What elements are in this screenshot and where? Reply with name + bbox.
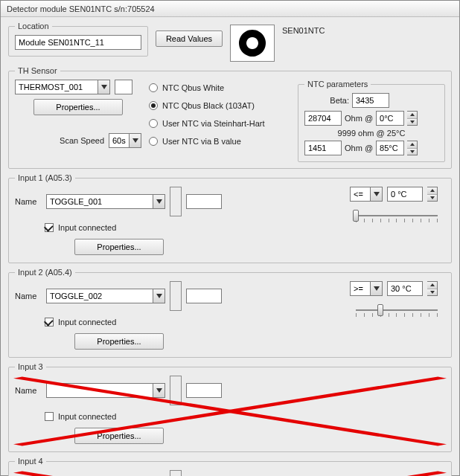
th-sensor-group: TH Sensor THERMOST_001 Propert [8, 66, 452, 169]
th-sensor-legend: TH Sensor [15, 66, 60, 75]
chevron-down-icon[interactable] [427, 289, 437, 296]
radio-user-steinhart[interactable]: User NTC via Steinhart-Hart [149, 117, 290, 130]
threshold-temp-field[interactable] [387, 187, 423, 202]
input-group-1: Input 1 (A05.3)NameTOGGLE_001Input conne… [8, 173, 452, 263]
location-group: Location [8, 22, 148, 57]
scan-speed-value: 60s [109, 136, 129, 145]
chevron-down-icon[interactable] [98, 80, 109, 94]
input-aux-field[interactable] [186, 383, 222, 398]
ntc-t2-stepper[interactable] [407, 141, 418, 155]
ntc-t1-field[interactable] [376, 111, 404, 126]
input-legend: Input 1 (A05.3) [15, 173, 75, 182]
compare-operator-value: >= [351, 284, 370, 293]
input-properties-button[interactable]: Properties... [74, 333, 164, 350]
input-properties-button[interactable]: Properties... [74, 239, 164, 255]
chevron-down-icon[interactable] [129, 134, 141, 147]
input-group-3: Input 3NameInput connectedProperties... [8, 362, 452, 452]
checkbox-icon [45, 412, 54, 421]
chevron-down-icon[interactable] [427, 195, 437, 202]
input-aux-box[interactable] [170, 281, 182, 311]
compare-operator-select[interactable]: <= [350, 187, 383, 202]
scan-speed-label: Scan Speed [60, 136, 104, 145]
th-sensor-select-value: THERMOST_001 [16, 83, 98, 91]
chevron-down-icon[interactable] [153, 195, 164, 208]
read-values-button[interactable]: Read Values [156, 30, 223, 47]
ntc-parameters-group: NTC parameters Beta: Ohm @ [298, 80, 445, 162]
input-aux-field[interactable] [186, 194, 222, 209]
chevron-up-icon[interactable] [407, 112, 417, 119]
input-name-select[interactable]: TOGGLE_002 [46, 289, 165, 303]
chevron-down-icon[interactable] [407, 119, 417, 126]
ntc-static-line: 9999 ohm @ 25°C [338, 129, 406, 138]
input-legend: Input 2 (A05.4) [15, 268, 75, 277]
th-left-col: THERMOST_001 Properties... Scan Speed [15, 80, 141, 162]
chevron-up-icon[interactable] [407, 141, 417, 149]
beta-field[interactable] [352, 93, 389, 108]
input-connected-checkbox[interactable]: Input connected [45, 410, 223, 423]
input-legend: Input 3 [15, 362, 46, 371]
input-aux-box[interactable] [170, 470, 182, 476]
module-picture [230, 25, 275, 62]
input-connected-label: Input connected [58, 318, 116, 327]
title-bar: Detector module SEN01NTC s/n:705524 [1, 1, 459, 17]
chevron-down-icon[interactable] [370, 282, 382, 295]
ntc-r1-field[interactable] [304, 111, 342, 126]
th-aux-box[interactable] [115, 80, 132, 94]
header-area: Location Read Values SEN01NTC [8, 22, 452, 62]
beta-label: Beta: [304, 96, 349, 105]
radio-ntc-black[interactable]: NTC Qbus Black (103AT) [149, 99, 290, 112]
client-area: Location Read Values SEN01NTC TH Sensor … [1, 17, 459, 476]
input-name-value: TOGGLE_001 [47, 197, 153, 206]
checkbox-icon [45, 318, 54, 327]
input-aux-box[interactable] [170, 376, 182, 405]
input-name-value: TOGGLE_002 [47, 292, 153, 300]
ohm-at-label-1: Ohm @ [345, 114, 373, 123]
input-connected-label: Input connected [58, 412, 116, 421]
ntc-parameters-legend: NTC parameters [304, 80, 371, 89]
input-connected-checkbox[interactable]: Input connected [45, 221, 223, 234]
threshold-temp-stepper[interactable] [427, 281, 438, 296]
input-aux-box[interactable] [170, 187, 182, 216]
input-name-select[interactable] [46, 383, 165, 398]
input-name-label: Name [15, 292, 42, 300]
input-properties-button[interactable]: Properties... [74, 428, 164, 444]
chevron-down-icon[interactable] [370, 187, 382, 201]
radio-user-bvalue[interactable]: User NTC via B value [149, 135, 290, 148]
threshold-temp-stepper[interactable] [427, 187, 438, 202]
threshold-temp-field[interactable] [387, 281, 423, 296]
input-name-label: Name [15, 386, 42, 395]
chevron-down-icon[interactable] [407, 149, 417, 155]
chevron-down-icon[interactable] [153, 289, 164, 303]
compare-operator-select[interactable]: >= [350, 281, 383, 296]
chevron-up-icon[interactable] [427, 187, 437, 195]
input-aux-field[interactable] [186, 289, 222, 303]
ntc-mode-radios: NTC Qbus White NTC Qbus Black (103AT) Us… [149, 80, 290, 162]
location-legend: Location [15, 22, 52, 30]
input-connected-checkbox[interactable]: Input connected [45, 315, 223, 329]
ohm-at-label-2: Ohm @ [345, 144, 373, 152]
chevron-down-icon[interactable] [153, 384, 164, 397]
chevron-up-icon[interactable] [427, 282, 437, 289]
window-title: Detector module SEN01NTC s/n:705524 [7, 4, 155, 13]
app-window: Detector module SEN01NTC s/n:705524 Loca… [0, 0, 460, 476]
input-legend: Input 4 [15, 457, 46, 466]
module-type-label: SEN01NTC [282, 26, 325, 35]
ntc-t1-stepper[interactable] [407, 111, 418, 126]
input-name-select[interactable]: TOGGLE_001 [46, 194, 165, 209]
th-sensor-select[interactable]: THERMOST_001 [15, 80, 110, 94]
scan-speed-select[interactable]: 60s [109, 133, 141, 148]
ntc-t2-field[interactable] [376, 141, 404, 155]
location-field[interactable] [15, 35, 141, 50]
checkbox-icon [45, 223, 54, 232]
inputs-container: Input 1 (A05.3)NameTOGGLE_001Input conne… [8, 173, 452, 476]
th-properties-button[interactable]: Properties... [33, 99, 123, 115]
compare-operator-value: <= [351, 190, 370, 199]
input-group-2: Input 2 (A05.4)NameTOGGLE_002Input conne… [8, 268, 452, 358]
threshold-slider[interactable] [356, 300, 438, 320]
input-name-label: Name [15, 197, 42, 206]
radio-ntc-white[interactable]: NTC Qbus White [149, 81, 290, 94]
input-connected-label: Input connected [58, 223, 116, 232]
threshold-slider[interactable] [356, 206, 438, 225]
ntc-r2-field[interactable] [304, 141, 342, 155]
input-group-4: Input 4NameInput connectedProperties... [8, 457, 452, 476]
